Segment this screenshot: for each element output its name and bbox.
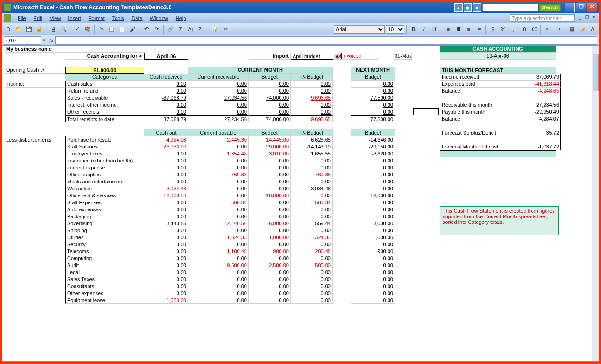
income-total-3[interactable]: 9,696.65 — [291, 115, 333, 122]
exp-val-0-2[interactable]: 14,445.00 — [249, 136, 291, 143]
redo-icon[interactable]: ↷ — [152, 25, 161, 34]
open-icon[interactable]: 📂 — [14, 25, 23, 34]
income-val-4-2[interactable]: 0.00 — [249, 108, 291, 115]
exp-val-18-1[interactable]: 9,500.00 — [188, 262, 249, 269]
income-val-2-0[interactable]: -37,068.79 — [144, 94, 188, 101]
exp-val-19-1[interactable]: 0.00 — [188, 269, 249, 276]
exp-val-1-3[interactable]: -14,143.10 — [291, 143, 333, 150]
income-cat-4[interactable]: Other receipts — [65, 108, 144, 115]
exp-cat-23[interactable]: Equipment lease — [65, 297, 144, 304]
save-icon[interactable]: 💾 — [24, 25, 34, 34]
exp-val-11-3[interactable]: 0.00 — [291, 213, 333, 220]
doc-restore-button[interactable]: ❐ — [584, 15, 590, 21]
forecast-val-7[interactable] — [519, 122, 561, 129]
col-exp-next-budget[interactable]: Budget — [351, 129, 395, 136]
exp-val-8-2[interactable]: 16,000.00 — [249, 192, 291, 199]
exp-val-22-3[interactable]: 0.00 — [291, 290, 333, 297]
help-search-input[interactable]: Type a question for help — [510, 14, 575, 22]
drawing-icon[interactable]: ✏ — [221, 25, 230, 34]
exp-val-22-4[interactable]: 0.00 — [351, 290, 395, 297]
exp-val-16-4[interactable]: -900.00 — [351, 248, 395, 255]
exp-val-23-3[interactable]: 0.00 — [291, 297, 333, 304]
next-month-header[interactable]: NEXT MONTH — [351, 67, 395, 74]
exp-val-6-2[interactable]: 0.00 — [249, 178, 291, 185]
exp-val-19-2[interactable]: 0.00 — [249, 269, 291, 276]
toolbar-icon-3[interactable]: ● — [473, 3, 481, 12]
vertical-scrollbar[interactable] — [592, 46, 599, 361]
exp-cat-21[interactable]: Consultants — [65, 283, 144, 290]
exp-val-1-1[interactable]: 0.00 — [188, 143, 249, 150]
exp-val-23-0[interactable]: 1,050.00 — [144, 297, 188, 304]
income-val-1-0[interactable]: 0.00 — [144, 88, 188, 94]
exp-val-1-0[interactable]: 26,056.90 — [144, 143, 188, 150]
exp-val-7-2[interactable]: 0.00 — [249, 185, 291, 192]
forecast-title[interactable]: THIS MONTH FORECAST — [440, 67, 556, 74]
exp-val-22-2[interactable]: 0.00 — [249, 290, 291, 297]
menu-file[interactable]: File — [14, 14, 30, 22]
exp-val-9-4[interactable]: 0.00 — [351, 199, 395, 206]
exp-val-3-4[interactable]: 0.00 — [351, 157, 395, 164]
exp-cat-9[interactable]: Staff Expenses — [65, 199, 144, 206]
horizontal-scrollbar[interactable] — [315, 363, 599, 364]
income-val-3-3[interactable]: 0.00 — [291, 101, 333, 108]
menu-help[interactable]: Help — [172, 14, 190, 22]
exp-val-23-1[interactable]: 0.00 — [188, 297, 249, 304]
income-total-4[interactable]: 77,500.00 — [351, 115, 395, 122]
exp-val-13-1[interactable]: 0.00 — [188, 227, 249, 234]
name-box[interactable] — [4, 36, 41, 45]
exp-val-0-1[interactable]: 2,445.30 — [188, 136, 249, 143]
exp-val-3-0[interactable]: 0.00 — [144, 157, 188, 164]
forecast-val-0[interactable]: 37,069.79 — [519, 74, 561, 81]
col-current-receivable[interactable]: Current receivable — [188, 74, 249, 81]
exp-val-14-2[interactable]: 1,000.00 — [249, 234, 291, 241]
forecast-key-3[interactable] — [440, 94, 519, 101]
forecast-key-6[interactable]: Balance — [440, 115, 519, 122]
income-val-1-1[interactable]: 0.00 — [188, 88, 249, 94]
exp-val-11-1[interactable]: 0.00 — [188, 213, 249, 220]
income-val-0-2[interactable]: 0.00 — [249, 81, 291, 88]
exp-cat-19[interactable]: Legal — [65, 269, 144, 276]
forecast-key-1[interactable]: Expenses paid — [440, 81, 519, 88]
research-icon[interactable]: 📚 — [83, 25, 92, 34]
merge-icon[interactable]: ⬌ — [474, 25, 484, 34]
scroll-thumb[interactable] — [593, 54, 599, 91]
title-search-button[interactable]: Search — [539, 4, 561, 11]
income-total-2[interactable]: 74,000.00 — [249, 115, 291, 122]
exp-val-0-0[interactable]: 4,924.03 — [144, 136, 188, 143]
font-color-icon[interactable]: A — [588, 25, 597, 34]
exp-cat-13[interactable]: Shipping — [65, 227, 144, 234]
copy-icon[interactable]: 📋 — [107, 25, 116, 34]
income-val-2-4[interactable]: 77,500.00 — [351, 94, 395, 101]
exp-cat-18[interactable]: Audit — [65, 262, 144, 269]
exp-val-20-3[interactable]: 0.00 — [291, 276, 333, 283]
exp-val-9-1[interactable]: 560.34 — [188, 199, 249, 206]
exp-cat-3[interactable]: Insurance (other than health) — [65, 157, 144, 164]
font-size-select[interactable]: 10 — [386, 25, 404, 34]
col-budget[interactable]: Budget — [249, 74, 291, 81]
income-val-2-2[interactable]: 74,000.00 — [249, 94, 291, 101]
exp-val-18-2[interactable]: 2,500.00 — [249, 262, 291, 269]
menu-view[interactable]: View — [46, 14, 65, 22]
opening-label[interactable]: Opening Cash c/f — [5, 67, 65, 74]
preview-icon[interactable]: 🔍 — [59, 25, 68, 34]
exp-cat-4[interactable]: Interest expense — [65, 164, 144, 171]
print-icon[interactable]: 🖨 — [48, 25, 58, 34]
exp-cat-12[interactable]: Advertising — [65, 220, 144, 227]
toolbar-icon-1[interactable]: ▲ — [454, 3, 463, 12]
exp-val-12-0[interactable]: 3,440.56 — [144, 220, 188, 227]
exp-val-8-0[interactable]: 16,000.58 — [144, 192, 188, 199]
exp-val-8-1[interactable]: 0.00 — [188, 192, 249, 199]
forecast-val-6[interactable]: 4,284.07 — [519, 115, 561, 122]
exp-val-13-3[interactable]: 0.00 — [291, 227, 333, 234]
income-val-4-0[interactable]: 0.00 — [144, 108, 188, 115]
font-name-select[interactable]: Arial — [334, 25, 385, 34]
opening-value[interactable]: $1,000.00 — [65, 67, 144, 74]
exp-val-5-4[interactable]: 0.00 — [351, 171, 395, 178]
col-categories[interactable]: Categories — [65, 74, 144, 81]
cash-accounting-badge[interactable]: CASH ACCOUNTING — [440, 46, 556, 53]
selected-cell[interactable] — [413, 108, 439, 115]
tab-next-icon[interactable]: ▸ — [17, 363, 24, 364]
sheet-tab-license[interactable]: License — [31, 363, 55, 364]
income-val-4-3[interactable]: 0.00 — [291, 108, 333, 115]
exp-val-20-0[interactable]: 0.00 — [144, 276, 188, 283]
